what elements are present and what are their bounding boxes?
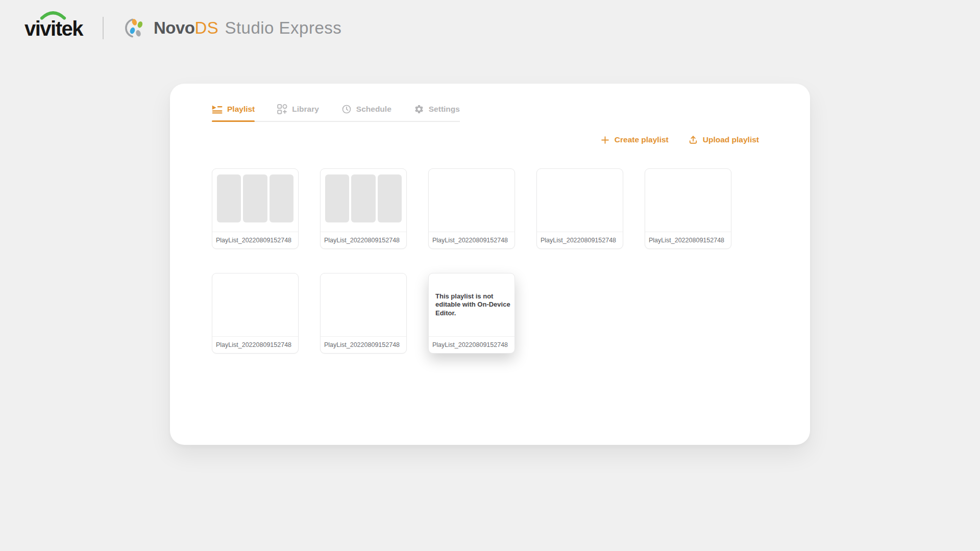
- library-icon: [277, 104, 287, 114]
- vivitek-arc-icon: [40, 11, 66, 20]
- playlist-name: PlayList_20220809152748: [212, 336, 298, 353]
- novods-logo: NovoDS Studio Express: [125, 17, 341, 39]
- playlist-thumbnail: [650, 174, 726, 222]
- playlist-actions: Create playlist Upload playlist: [212, 135, 759, 145]
- upload-playlist-label: Upload playlist: [703, 135, 759, 144]
- playlist-card[interactable]: PlayList_20220809152748: [428, 168, 515, 249]
- tab-label: Settings: [429, 105, 460, 114]
- playlist-grid: PlayList_20220809152748PlayList_20220809…: [212, 168, 759, 354]
- playlist-thumbnail: [542, 174, 618, 222]
- playlist-card[interactable]: PlayList_20220809152748: [645, 168, 731, 249]
- tab-playlist[interactable]: Playlist: [212, 104, 255, 121]
- playlist-thumbnail: [217, 174, 293, 222]
- playlist-name: PlayList_20220809152748: [537, 232, 623, 248]
- playlist-thumbnail: [217, 279, 293, 327]
- plus-icon: [600, 135, 610, 145]
- vivitek-logo: vivitek: [24, 11, 83, 40]
- app-header: vivitek NovoDS Studio Express: [0, 0, 980, 39]
- thumb-region: [378, 174, 402, 222]
- panel-content: Playlist Library: [170, 84, 810, 354]
- thumb-region: [351, 174, 375, 222]
- tab-label: Library: [292, 105, 319, 114]
- upload-playlist-button[interactable]: Upload playlist: [688, 135, 759, 145]
- upload-icon: [688, 135, 698, 145]
- create-playlist-label: Create playlist: [615, 135, 669, 144]
- main-panel: Playlist Library: [170, 84, 810, 445]
- gear-icon: [414, 104, 424, 114]
- playlist-name: PlayList_20220809152748: [321, 232, 406, 248]
- thumb-row: [217, 279, 293, 325]
- thumb-region: [270, 174, 293, 222]
- thumb-region: [325, 174, 349, 222]
- thumb-region: [217, 174, 241, 222]
- thumb-row: [433, 174, 510, 220]
- playlist-name: PlayList_20220809152748: [429, 336, 514, 353]
- playlist-thumbnail: [325, 174, 402, 222]
- brand-novo: Novo: [154, 18, 195, 38]
- playlist-card[interactable]: PlayList_20220809152748: [536, 168, 623, 249]
- tab-label: Playlist: [227, 105, 255, 114]
- create-playlist-button[interactable]: Create playlist: [600, 135, 669, 145]
- tab-bar: Playlist Library: [212, 104, 460, 122]
- brand-suffix: Studio Express: [225, 18, 341, 38]
- playlist-card[interactable]: PlayList_20220809152748: [320, 168, 407, 249]
- tab-label: Schedule: [356, 105, 391, 114]
- playlist-name: PlayList_20220809152748: [321, 336, 406, 353]
- tab-schedule[interactable]: Schedule: [341, 104, 391, 121]
- playlist-card[interactable]: PlayList_20220809152748: [212, 168, 299, 249]
- tab-settings[interactable]: Settings: [414, 104, 460, 121]
- header-divider: [103, 17, 104, 39]
- playlist-card[interactable]: PlayList_20220809152748: [320, 273, 407, 354]
- playlist-icon: [212, 105, 223, 114]
- playlist-name: PlayList_20220809152748: [212, 232, 298, 248]
- playlist-card[interactable]: This playlist is not editable with On-De…: [428, 273, 515, 354]
- playlist-name: PlayList_20220809152748: [429, 232, 514, 248]
- playlist-thumbnail: [325, 276, 402, 336]
- playlist-name: PlayList_20220809152748: [645, 232, 731, 248]
- thumb-column: [347, 276, 374, 336]
- playlist-card[interactable]: PlayList_20220809152748: [212, 273, 299, 354]
- thumb-region: [243, 174, 267, 222]
- tab-library[interactable]: Library: [277, 104, 319, 121]
- vivitek-wordmark: vivitek: [24, 17, 83, 40]
- playlist-thumbnail: [433, 174, 510, 222]
- novods-mark-icon: [125, 17, 146, 39]
- clock-icon: [341, 104, 352, 114]
- playlist-note: This playlist is not editable with On-De…: [435, 292, 514, 317]
- brand-ds: DS: [195, 18, 219, 38]
